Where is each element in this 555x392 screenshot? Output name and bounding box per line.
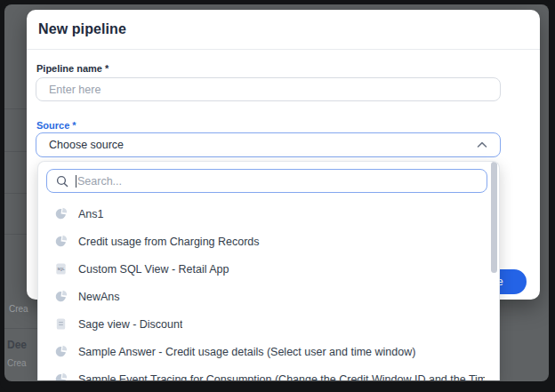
pie-chart-icon xyxy=(54,290,68,303)
dropdown-search-field[interactable] xyxy=(46,169,487,193)
search-input[interactable] xyxy=(77,175,478,188)
source-select-value: Choose source xyxy=(49,139,477,151)
pipeline-name-input[interactable] xyxy=(36,77,501,101)
modal-header-divider xyxy=(27,49,540,50)
source-label: Source * xyxy=(36,120,76,131)
source-option-label: Custom SQL View - Retail App xyxy=(78,263,229,276)
source-option[interactable]: NewAns xyxy=(38,283,499,310)
document-icon xyxy=(54,317,68,331)
pipeline-name-label: Pipeline name * xyxy=(36,63,109,74)
search-icon xyxy=(56,175,68,188)
chevron-up-icon xyxy=(477,141,487,148)
source-option[interactable]: Credit usage from Charging Records xyxy=(38,228,499,255)
pie-chart-icon xyxy=(54,207,68,220)
background-row-divider xyxy=(4,151,27,152)
source-option-label: NewAns xyxy=(78,291,120,303)
source-select[interactable]: Choose source xyxy=(36,132,501,157)
source-option[interactable]: Sample Event Tracing for Consumption (Ch… xyxy=(38,365,499,380)
sql-file-icon: SQL xyxy=(54,262,68,276)
source-option-label: Ans1 xyxy=(78,208,104,220)
source-option[interactable]: Sample Answer - Credit usage details (Se… xyxy=(38,338,499,365)
modal-title: New pipeline xyxy=(38,21,126,37)
svg-text:SQL: SQL xyxy=(57,267,65,271)
source-option[interactable]: Ans1 xyxy=(38,200,499,228)
source-options-list: Ans1 Credit usage from Charging Records … xyxy=(38,200,499,380)
background-item-name: Dee xyxy=(7,339,27,351)
source-option[interactable]: Sage view - Discount xyxy=(38,310,499,338)
dropdown-scrollbar-thumb[interactable] xyxy=(491,162,497,273)
text-cursor xyxy=(76,175,76,188)
background-row-divider xyxy=(4,328,37,329)
source-option-label: Credit usage from Charging Records xyxy=(78,236,260,248)
source-dropdown-panel: Ans1 Credit usage from Charging Records … xyxy=(37,161,500,380)
pie-chart-icon xyxy=(54,372,68,380)
pie-chart-icon xyxy=(54,345,68,358)
source-option-label: Sample Answer - Credit usage details (Se… xyxy=(78,346,415,358)
background-created-text: Crea xyxy=(9,304,28,314)
source-option[interactable]: SQL Custom SQL View - Retail App xyxy=(38,255,499,283)
screenshot-frame: Crea Dee Crea New pipeline Pipeline name… xyxy=(0,0,555,392)
background-row-divider xyxy=(4,234,27,235)
app-window: Crea Dee Crea New pipeline Pipeline name… xyxy=(4,4,549,381)
background-created-text: Crea xyxy=(7,358,27,368)
background-row-divider xyxy=(4,108,27,109)
pie-chart-icon xyxy=(54,235,68,248)
source-option-label: Sample Event Tracing for Consumption (Ch… xyxy=(78,373,485,381)
background-row-divider xyxy=(4,193,27,194)
source-option-label: Sage view - Discount xyxy=(78,318,182,331)
